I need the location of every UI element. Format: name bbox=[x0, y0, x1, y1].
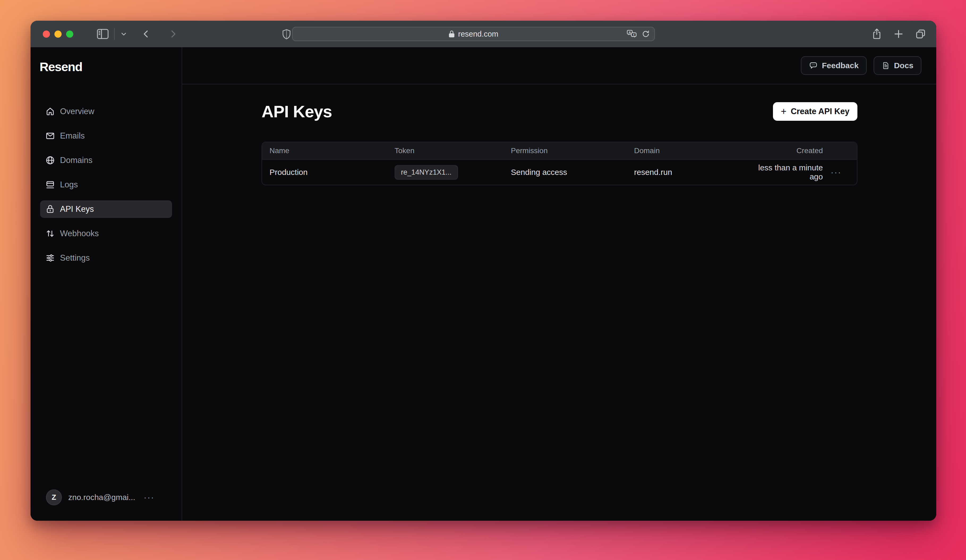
avatar: Z bbox=[46, 490, 62, 505]
lock-icon bbox=[45, 204, 56, 214]
docs-label: Docs bbox=[894, 61, 913, 70]
cell-domain: resend.run bbox=[634, 168, 750, 177]
sidebar-item-label: Settings bbox=[60, 253, 90, 263]
docs-button[interactable]: Docs bbox=[874, 56, 922, 75]
api-keys-table: Name Token Permission Domain Created Pro… bbox=[261, 142, 858, 185]
toolbar-divider bbox=[114, 28, 115, 40]
column-header-domain: Domain bbox=[634, 146, 750, 155]
user-menu-ellipsis-icon[interactable]: ··· bbox=[144, 493, 154, 503]
reload-icon[interactable] bbox=[642, 30, 650, 38]
browser-window: resend.com A x bbox=[31, 21, 936, 521]
mail-icon bbox=[45, 131, 56, 141]
table-row: Production re_14NYz1X1... Sending access… bbox=[262, 160, 857, 185]
table-header: Name Token Permission Domain Created bbox=[262, 142, 857, 160]
row-menu-ellipsis-icon[interactable]: ··· bbox=[823, 167, 849, 177]
sidebar-item-label: Logs bbox=[60, 180, 78, 190]
sidebar-item-logs[interactable]: Logs bbox=[40, 176, 172, 193]
token-badge[interactable]: re_14NYz1X1... bbox=[394, 165, 458, 180]
column-header-token: Token bbox=[394, 146, 511, 155]
sidebar-nav: Overview Emails bbox=[31, 103, 182, 273]
sidebar-item-webhooks[interactable]: Webhooks bbox=[40, 225, 172, 242]
chevron-down-icon[interactable] bbox=[120, 30, 127, 38]
sidebar-item-label: Domains bbox=[60, 156, 92, 165]
resend-app: Resend Overview bbox=[31, 47, 936, 521]
logs-icon bbox=[45, 180, 56, 190]
user-email: zno.rocha@gmai... bbox=[68, 493, 135, 502]
column-header-name: Name bbox=[269, 146, 394, 155]
svg-text:x: x bbox=[633, 33, 635, 36]
home-icon bbox=[45, 106, 56, 116]
page-content: API Keys + Create API Key Name Token Per… bbox=[182, 84, 936, 185]
sidebar-item-label: Overview bbox=[60, 107, 94, 116]
globe-icon bbox=[45, 155, 56, 165]
lock-icon bbox=[449, 30, 455, 38]
forward-icon[interactable] bbox=[168, 29, 178, 39]
create-api-key-label: Create API Key bbox=[791, 107, 849, 116]
privacy-shield-icon[interactable] bbox=[282, 29, 291, 41]
sidebar-item-api-keys[interactable]: API Keys bbox=[40, 200, 172, 218]
address-bar[interactable]: resend.com A x bbox=[292, 27, 655, 41]
column-header-created: Created bbox=[750, 146, 823, 155]
page-title: API Keys bbox=[261, 102, 332, 121]
share-icon[interactable] bbox=[871, 28, 882, 40]
svg-text:A: A bbox=[629, 31, 631, 34]
create-api-key-button[interactable]: + Create API Key bbox=[773, 102, 858, 121]
sidebar-item-label: Emails bbox=[60, 131, 85, 141]
close-window-button[interactable] bbox=[43, 31, 50, 38]
sidebar-item-settings[interactable]: Settings bbox=[40, 249, 172, 267]
sidebar-item-domains[interactable]: Domains bbox=[40, 152, 172, 169]
new-tab-icon[interactable] bbox=[893, 29, 904, 39]
document-icon bbox=[882, 61, 890, 70]
main-panel: Feedback Docs API Keys + bbox=[182, 47, 936, 521]
feedback-label: Feedback bbox=[822, 61, 858, 70]
minimize-window-button[interactable] bbox=[54, 31, 62, 38]
back-icon[interactable] bbox=[141, 29, 151, 39]
resend-logo: Resend bbox=[39, 59, 182, 74]
sidebar: Resend Overview bbox=[31, 47, 182, 521]
sidebar-item-label: API Keys bbox=[60, 205, 94, 214]
main-header: Feedback Docs bbox=[182, 47, 936, 84]
address-text: resend.com bbox=[458, 30, 498, 38]
plus-icon: + bbox=[781, 107, 787, 116]
column-header-permission: Permission bbox=[511, 146, 634, 155]
cell-name: Production bbox=[269, 168, 394, 177]
sidebar-toggle-icon[interactable] bbox=[97, 29, 109, 39]
feedback-button[interactable]: Feedback bbox=[801, 56, 866, 75]
translate-icon[interactable]: A x bbox=[627, 29, 637, 38]
sidebar-item-label: Webhooks bbox=[60, 229, 99, 238]
user-account-row[interactable]: Z zno.rocha@gmai... ··· bbox=[31, 490, 182, 505]
traffic-lights bbox=[43, 31, 73, 38]
zoom-window-button[interactable] bbox=[66, 31, 73, 38]
cell-created: less than a minute ago bbox=[750, 163, 823, 181]
sidebar-item-emails[interactable]: Emails bbox=[40, 127, 172, 145]
browser-titlebar: resend.com A x bbox=[31, 21, 936, 47]
speech-bubble-icon bbox=[809, 61, 818, 70]
sidebar-item-overview[interactable]: Overview bbox=[40, 103, 172, 120]
tab-overview-icon[interactable] bbox=[915, 28, 926, 39]
cell-permission: Sending access bbox=[511, 168, 634, 177]
sliders-icon bbox=[45, 253, 56, 263]
arrows-up-down-icon bbox=[45, 229, 56, 239]
